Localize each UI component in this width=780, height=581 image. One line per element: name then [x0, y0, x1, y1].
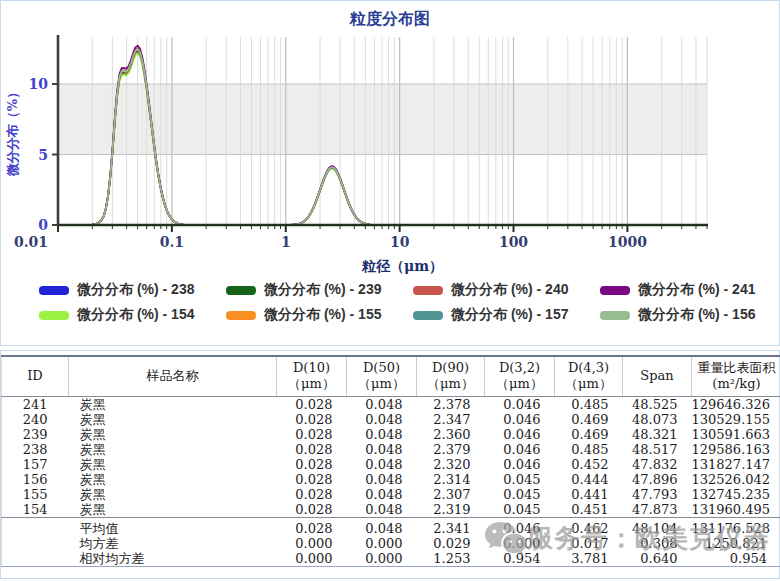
- legend-swatch: [226, 286, 256, 295]
- sample-id: 156: [2, 472, 69, 487]
- column-header: ID: [2, 356, 69, 396]
- value-cell: 47.793: [623, 487, 692, 502]
- summary-label: 均方差: [69, 536, 277, 551]
- value-cell: 0.048: [347, 472, 417, 487]
- summary-value-cell: 0.000: [347, 536, 417, 551]
- legend-item-240: 微分分布 (%) - 240: [413, 281, 600, 299]
- legend-label: 微分分布 (%) - 240: [451, 281, 568, 299]
- y-tick-label: 0: [38, 217, 48, 233]
- sample-id: 238: [2, 442, 69, 457]
- chart-panel: 粒度分布图 0.010.111010010000510粒径（μm）微分分布（%）…: [0, 0, 780, 346]
- value-cell: 0.028: [277, 502, 347, 518]
- summary-value-cell: 1.253: [417, 551, 485, 567]
- legend-item-157: 微分分布 (%) - 157: [413, 306, 600, 324]
- sample-id: 241: [2, 396, 69, 412]
- value-cell: 0.451: [555, 502, 623, 518]
- summary-value-cell: 0.048: [347, 517, 417, 536]
- legend-label: 微分分布 (%) - 239: [264, 281, 381, 299]
- value-cell: 0.048: [347, 502, 417, 518]
- value-cell: 130591.663: [692, 427, 780, 442]
- summary-row: 均方差0.0000.0000.0290.0000.0170.3081250.82…: [2, 536, 780, 551]
- summary-value-cell: 0.954: [692, 551, 780, 567]
- particle-size-distribution-chart: 0.010.111010010000510粒径（μm）微分分布（%）: [1, 27, 780, 275]
- value-cell: 0.485: [555, 396, 623, 412]
- sample-name: 炭黑: [69, 472, 277, 487]
- x-tick-label: 1: [281, 234, 291, 250]
- value-cell: 0.028: [277, 487, 347, 502]
- value-cell: 48.321: [623, 427, 692, 442]
- value-cell: 129646.326: [692, 396, 780, 412]
- value-cell: 0.048: [347, 427, 417, 442]
- summary-value-cell: 2.341: [417, 517, 485, 536]
- x-tick-label: 0.01: [14, 234, 48, 250]
- legend-label: 微分分布 (%) - 238: [77, 281, 194, 299]
- results-table: ID样品名称D(10)（μm）D(50)（μm）D(90)（μm）D(3,2)（…: [1, 355, 780, 567]
- sample-name: 炭黑: [69, 457, 277, 472]
- legend-swatch: [600, 311, 630, 320]
- legend-swatch: [413, 311, 443, 320]
- value-cell: 0.046: [485, 457, 555, 472]
- summary-value-cell: 0.000: [485, 536, 555, 551]
- summary-label: 平均值: [69, 517, 277, 536]
- table-header-row: ID样品名称D(10)（μm）D(50)（μm）D(90)（μm）D(3,2)（…: [2, 356, 780, 396]
- value-cell: 0.028: [277, 472, 347, 487]
- legend-item-238: 微分分布 (%) - 238: [39, 281, 226, 299]
- sample-id: 157: [2, 457, 69, 472]
- value-cell: 0.046: [485, 396, 555, 412]
- value-cell: 0.046: [485, 412, 555, 427]
- summary-value-cell: 0.308: [623, 536, 692, 551]
- y-axis-label: 微分分布（%）: [5, 86, 20, 177]
- value-cell: 0.469: [555, 427, 623, 442]
- sample-name: 炭黑: [69, 427, 277, 442]
- legend-item-156: 微分分布 (%) - 156: [600, 306, 780, 324]
- sample-id: 239: [2, 427, 69, 442]
- table-row: 154炭黑0.0280.0482.3190.0450.45147.8731319…: [2, 502, 780, 518]
- value-cell: 0.452: [555, 457, 623, 472]
- summary-value-cell: 3.781: [555, 551, 623, 567]
- sample-name: 炭黑: [69, 502, 277, 518]
- summary-value-cell: 1250.821: [692, 536, 780, 551]
- value-cell: 0.048: [347, 396, 417, 412]
- y-tick-label: 5: [38, 147, 48, 163]
- legend-label: 微分分布 (%) - 157: [451, 306, 568, 324]
- summary-value-cell: 0.000: [277, 551, 347, 567]
- x-tick-label: 1000: [608, 234, 647, 250]
- value-cell: 0.045: [485, 487, 555, 502]
- x-tick-label: 10: [390, 234, 410, 250]
- table-row: 240炭黑0.0280.0482.3470.0460.46948.0731305…: [2, 412, 780, 427]
- sample-id: 155: [2, 487, 69, 502]
- table-row: 155炭黑0.0280.0482.3070.0450.44147.7931327…: [2, 487, 780, 502]
- value-cell: 132526.042: [692, 472, 780, 487]
- chart-title: 粒度分布图: [1, 1, 779, 27]
- summary-value-cell: 0.029: [417, 536, 485, 551]
- summary-value-cell: 48.104: [623, 517, 692, 536]
- x-tick-label: 100: [499, 234, 528, 250]
- legend-item-155: 微分分布 (%) - 155: [226, 306, 413, 324]
- legend-swatch: [226, 311, 256, 320]
- value-cell: 0.028: [277, 396, 347, 412]
- value-cell: 0.028: [277, 457, 347, 472]
- value-cell: 0.046: [485, 427, 555, 442]
- value-cell: 0.485: [555, 442, 623, 457]
- column-header: D(50)（μm）: [347, 356, 417, 396]
- table-row: 157炭黑0.0280.0482.3200.0460.45247.8321318…: [2, 457, 780, 472]
- empty-cell: [2, 536, 69, 551]
- value-cell: 2.320: [417, 457, 485, 472]
- report-page: 粒度分布图 0.010.111010010000510粒径（μm）微分分布（%）…: [0, 0, 780, 581]
- value-cell: 0.048: [347, 487, 417, 502]
- value-cell: 2.319: [417, 502, 485, 518]
- legend-swatch: [600, 286, 630, 295]
- value-cell: 0.028: [277, 442, 347, 457]
- summary-value-cell: 0.028: [277, 517, 347, 536]
- value-cell: 0.045: [485, 502, 555, 518]
- value-cell: 48.517: [623, 442, 692, 457]
- legend-swatch: [39, 311, 69, 320]
- column-header: Span: [623, 356, 692, 396]
- column-header: 重量比表面积(m²/kg): [692, 356, 780, 396]
- value-cell: 0.441: [555, 487, 623, 502]
- legend-label: 微分分布 (%) - 155: [264, 306, 381, 324]
- table-row: 238炭黑0.0280.0482.3790.0460.48548.5171295…: [2, 442, 780, 457]
- value-cell: 129586.163: [692, 442, 780, 457]
- value-cell: 0.469: [555, 412, 623, 427]
- y-tick-label: 10: [29, 76, 49, 92]
